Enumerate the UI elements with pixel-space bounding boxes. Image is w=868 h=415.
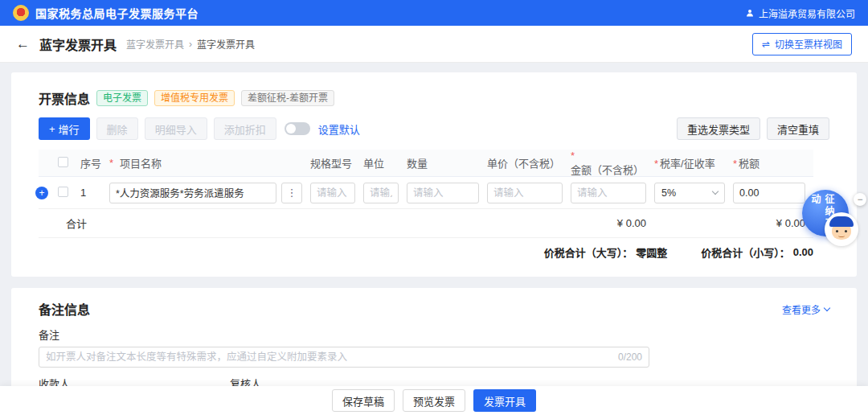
- breadcrumb-item-parent[interactable]: 蓝字发票开具: [126, 37, 184, 51]
- unit-price-input[interactable]: [487, 183, 563, 203]
- brand: 国家税务总局电子发票服务平台: [13, 5, 199, 21]
- chevron-down-icon: [824, 304, 830, 310]
- invoice-items-table: 序号 *项目名称 规格型号 单位 数量 单价（不含税） *金额（不含税） *税率…: [39, 150, 813, 265]
- main-content: 开票信息 电子发票 增值税专用发票 差额征税-差额开票 + 增行 删除 明细导入…: [0, 63, 868, 415]
- issue-invoice-button[interactable]: 发票开具: [473, 389, 536, 412]
- col-header-tax-rate: *税率/征收率: [654, 155, 733, 171]
- clear-refill-button[interactable]: 清空重填: [767, 117, 829, 140]
- switch-view-button[interactable]: ⇌ 切换至票样视图: [752, 33, 852, 55]
- view-more-link[interactable]: 查看更多: [782, 302, 829, 316]
- col-header-unit-price: 单价（不含税）: [487, 155, 571, 171]
- back-arrow-icon[interactable]: ←: [16, 37, 30, 51]
- account-entry[interactable]: 上海溢承贸易有限公司: [745, 6, 855, 20]
- tax-amount-input[interactable]: [733, 183, 805, 203]
- page-bar: ← 蓝字发票开具 蓝字发票开具 › 蓝字发票开具 ⇌ 切换至票样视图: [0, 26, 868, 63]
- page-title: 蓝字发票开具: [39, 35, 117, 54]
- invoice-info-title: 开票信息: [39, 88, 90, 108]
- table-row: + 1 ⋮ 5%: [39, 177, 813, 209]
- total-amount-value: ¥ 0.00: [571, 217, 654, 229]
- add-row-button[interactable]: + 增行: [39, 117, 90, 140]
- bottom-action-bar: 保存草稿 预览发票 发票开具: [0, 386, 868, 415]
- service-interaction-widget[interactable]: 征纳互动: [802, 190, 857, 265]
- tag-electronic-invoice: 电子发票: [96, 90, 148, 106]
- toolbar-toggle-switch[interactable]: [285, 122, 310, 135]
- col-header-unit: 单位: [363, 155, 407, 171]
- company-name: 上海溢承贸易有限公司: [759, 6, 855, 20]
- col-header-amount: *金额（不含税）: [571, 150, 654, 177]
- col-header-tax-amount: *税额: [733, 155, 813, 171]
- delete-button[interactable]: 删除: [96, 117, 138, 140]
- more-dots-icon: ⋮: [287, 187, 297, 199]
- tax-rate-select[interactable]: 5%: [654, 183, 725, 203]
- save-draft-button[interactable]: 保存草稿: [332, 389, 395, 412]
- grand-total-figures-label: 价税合计（小写）：: [701, 244, 790, 260]
- breadcrumb-item-current: 蓝字发票开具: [197, 37, 255, 51]
- preview-invoice-button[interactable]: 预览发票: [403, 389, 465, 412]
- breadcrumb-separator-icon: ›: [189, 39, 192, 50]
- remark-input-box: 0/200: [39, 347, 649, 368]
- collapse-widget-button[interactable]: −: [854, 193, 866, 206]
- row-index: 1: [80, 187, 109, 199]
- remark-info-title: 备注信息: [39, 299, 90, 318]
- remark-label: 备注: [39, 327, 829, 342]
- breadcrumb: 蓝字发票开具 › 蓝字发票开具: [126, 37, 255, 51]
- total-tax-value: ¥ 0.00: [733, 217, 813, 229]
- mascot-eye: [845, 230, 847, 232]
- reselect-invoice-type-button[interactable]: 重选发票类型: [677, 117, 760, 140]
- remark-input[interactable]: [46, 351, 612, 363]
- grand-total-words-label: 价税合计（大写）：: [544, 244, 633, 260]
- top-header: 国家税务总局电子发票服务平台 上海溢承贸易有限公司: [0, 0, 868, 26]
- unit-input[interactable]: [363, 183, 399, 203]
- set-default-link[interactable]: 设置默认: [318, 121, 360, 137]
- item-name-more-button[interactable]: ⋮: [281, 183, 302, 203]
- swap-icon: ⇌: [762, 39, 770, 50]
- tag-differential-taxation: 差额征税-差额开票: [241, 90, 334, 106]
- grand-total-row: 价税合计（大写）： 零圆整 价税合计（小写）： 0.00: [39, 238, 813, 265]
- tax-emblem-logo: [13, 5, 29, 21]
- chevron-down-icon: [712, 188, 719, 195]
- total-label: 合计: [39, 216, 109, 231]
- col-header-item-name: *项目名称: [109, 155, 310, 171]
- tag-vat-special-invoice: 增值税专用发票: [154, 90, 235, 106]
- col-header-spec: 规格型号: [310, 155, 363, 171]
- mascot-mouth: [838, 234, 845, 237]
- grand-total-words-value: 零圆整: [636, 244, 667, 260]
- amount-input[interactable]: [571, 183, 646, 203]
- detail-import-button[interactable]: 明细导入: [145, 117, 207, 140]
- plus-icon: +: [49, 123, 55, 135]
- platform-title: 国家税务总局电子发票服务平台: [35, 5, 199, 21]
- remark-char-counter: 0/200: [618, 351, 642, 363]
- col-header-quantity: 数量: [407, 155, 487, 171]
- mascot-eye: [836, 230, 838, 232]
- col-header-index: 序号: [80, 155, 109, 171]
- switch-view-label: 切换至票样视图: [775, 37, 842, 51]
- row-checkbox[interactable]: [58, 187, 68, 197]
- user-icon: [745, 8, 755, 18]
- invoice-toolbar: + 增行 删除 明细导入 添加折扣 设置默认 重选发票类型 清空重填: [39, 117, 829, 140]
- spec-input[interactable]: [310, 183, 355, 203]
- mascot-avatar: [825, 212, 858, 246]
- select-all-checkbox[interactable]: [58, 157, 68, 167]
- mascot-hat: [829, 216, 854, 227]
- quantity-input[interactable]: [407, 183, 479, 203]
- table-total-row: 合计 ¥ 0.00 ¥ 0.00: [39, 209, 813, 238]
- add-row-icon[interactable]: +: [35, 187, 48, 199]
- invoice-info-card: 开票信息 电子发票 增值税专用发票 差额征税-差额开票 + 增行 删除 明细导入…: [11, 72, 857, 277]
- add-discount-button[interactable]: 添加折扣: [214, 117, 276, 140]
- item-name-input[interactable]: [109, 183, 276, 203]
- tax-rate-value: 5%: [661, 187, 676, 199]
- table-header-row: 序号 *项目名称 规格型号 单位 数量 单价（不含税） *金额（不含税） *税率…: [39, 150, 813, 177]
